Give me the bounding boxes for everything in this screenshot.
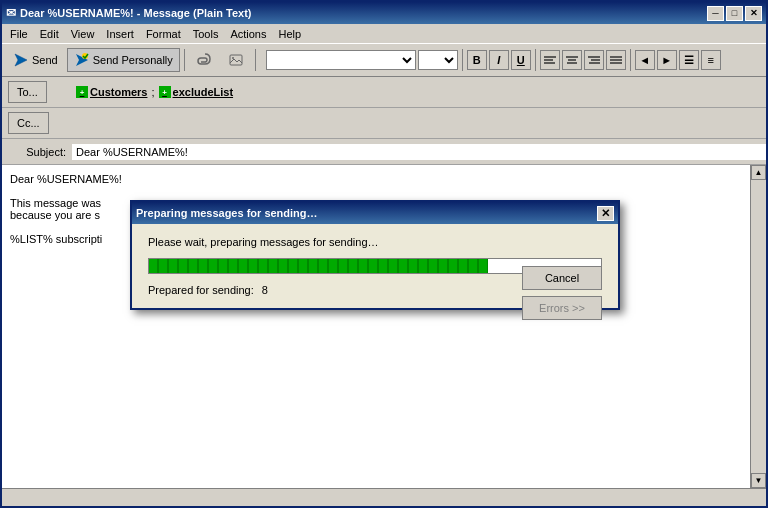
modal-status-text: Please wait, preparing messages for send…: [148, 236, 602, 248]
modal-content: Please wait, preparing messages for send…: [132, 224, 618, 308]
modal-title-bar: Preparing messages for sending… ✕: [132, 202, 618, 224]
cancel-button[interactable]: Cancel: [522, 266, 602, 290]
modal-title: Preparing messages for sending…: [136, 207, 318, 219]
preparing-dialog: Preparing messages for sending… ✕ Please…: [130, 200, 620, 310]
errors-button[interactable]: Errors >>: [522, 296, 602, 320]
modal-overlay: Preparing messages for sending… ✕ Please…: [0, 0, 768, 508]
prepared-label: Prepared for sending:: [148, 284, 254, 296]
prepared-count: 8: [262, 284, 268, 296]
modal-close-button[interactable]: ✕: [597, 206, 614, 221]
modal-action-buttons: Cancel Errors >>: [522, 266, 602, 320]
progress-bar-fill: [149, 259, 488, 273]
